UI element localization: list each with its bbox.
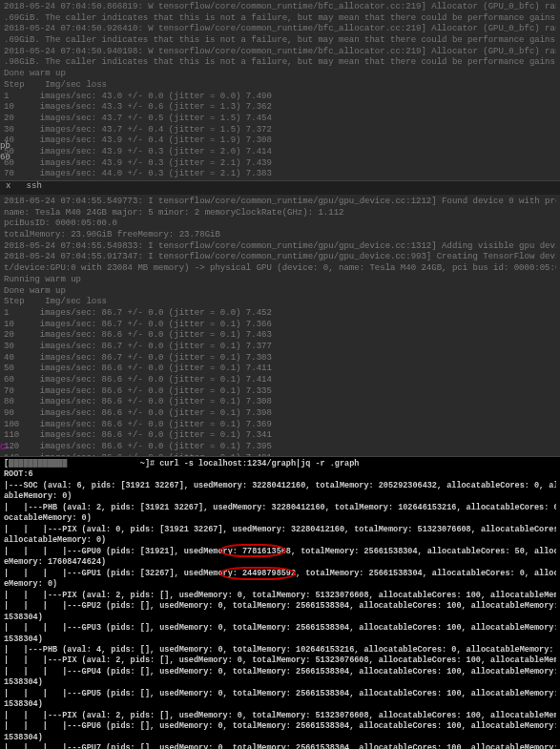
log-line: .69GiB. The caller indicates that this i… bbox=[4, 13, 556, 25]
log-line: | | | |---GPU5 (pids: [], usedMemory: 0,… bbox=[4, 689, 556, 699]
log-block-2: 2018-05-24 07:04:55.549773: I tensorflow… bbox=[4, 197, 556, 457]
log-line: | | | |---GPU3 (pids: [], usedMemory: 0,… bbox=[4, 623, 556, 634]
log-line: 2018-05-24 07:04:50.926410: W tensorflow… bbox=[4, 24, 556, 35]
log-line: | |---PHB (aval: 4, pids: [], usedMemory… bbox=[4, 645, 556, 655]
log-line: allocatableMemory: 0) bbox=[4, 535, 556, 546]
log-line: 40 images/sec: 86.7 +/- 0.0 (jitter = 0.… bbox=[4, 353, 556, 364]
log-line: .98GiB. The caller indicates that this i… bbox=[4, 57, 556, 69]
terminal-pane-2[interactable]: 2018-05-24 07:04:55.549773: I tensorflow… bbox=[0, 195, 560, 457]
log-line: .69GiB. The caller indicates that this i… bbox=[4, 35, 556, 47]
log-line: 60 images/sec: 86.6 +/- 0.0 (jitter = 0.… bbox=[4, 375, 556, 386]
terminal-pane-1[interactable]: 2018-05-24 07:04:50.866819: W tensorflow… bbox=[0, 0, 560, 181]
log-line: 60 images/sec: 43.9 +/- 0.3 (jitter = 2.… bbox=[4, 158, 556, 170]
gutter-char: 60 bbox=[0, 153, 10, 164]
log-line: | | |---PIX (aval: 2, pids: [], usedMemo… bbox=[4, 711, 556, 721]
log-line: 30 images/sec: 86.7 +/- 0.0 (jitter = 0.… bbox=[4, 342, 556, 353]
log-line: Done warm up bbox=[4, 286, 556, 298]
log-line: t/device:GPU:0 with 23084 MB memory) -> … bbox=[4, 263, 556, 275]
log-line: 2018-05-24 07:04:55.549833: I tensorflow… bbox=[4, 241, 556, 253]
log-line: eMemory: 0) bbox=[4, 579, 556, 590]
log-line: | | | |---GPU2 (pids: [], usedMemory: 0,… bbox=[4, 601, 556, 612]
log-line: 70 images/sec: 44.0 +/- 0.3 (jitter = 2.… bbox=[4, 169, 556, 180]
log-line: 20 images/sec: 86.6 +/- 0.0 (jitter = 0.… bbox=[4, 330, 556, 342]
log-line: 100 images/sec: 86.6 +/- 0.0 (jitter = 0… bbox=[4, 420, 556, 431]
log-line: 90 images/sec: 86.6 +/- 0.0 (jitter = 0.… bbox=[4, 408, 556, 420]
gutter-char: pb bbox=[0, 141, 10, 153]
log-block-1: 2018-05-24 07:04:50.866819: W tensorflow… bbox=[4, 2, 556, 180]
log-line: | | |---PIX (aval: 2, pids: [], usedMemo… bbox=[4, 591, 556, 601]
log-line: Step Img/sec loss bbox=[4, 80, 556, 92]
log-line: 1538304) bbox=[4, 613, 556, 623]
log-line: | | | |---GPU6 (pids: [], usedMemory: 0,… bbox=[4, 721, 556, 732]
log-line: |---SOC (aval: 6, pids: [31921 32267], u… bbox=[4, 481, 556, 491]
terminal-tab-bar[interactable]: x ssh bbox=[0, 181, 560, 195]
log-line: 1538304) bbox=[4, 733, 556, 743]
log-line: 80 images/sec: 86.6 +/- 0.0 (jitter = 0.… bbox=[4, 397, 556, 408]
log-line: pciBusID: 0000:05:00.0 bbox=[4, 218, 556, 230]
terminal-pane-3[interactable]: [████████████ ~]# curl -s localhost:1234… bbox=[0, 457, 560, 749]
log-line: 1538304) bbox=[4, 677, 556, 688]
log-line: | | | |---GPU4 (pids: [], usedMemory: 0,… bbox=[4, 667, 556, 677]
gutter-char: C- bbox=[0, 443, 10, 454]
log-line: 20 images/sec: 43.7 +/- 0.5 (jitter = 1.… bbox=[4, 114, 556, 125]
log-line: 140 images/sec: 86.6 +/- 0.0 (jitter = 0… bbox=[4, 453, 556, 457]
log-line: 40 images/sec: 43.9 +/- 0.4 (jitter = 1.… bbox=[4, 135, 556, 147]
log-line: | | | |---GPU0 (pids: [31921], usedMemor… bbox=[4, 547, 556, 557]
log-line: | | |---PIX (aval: 2, pids: [], usedMemo… bbox=[4, 655, 556, 666]
log-line: 70 images/sec: 86.6 +/- 0.0 (jitter = 0.… bbox=[4, 386, 556, 398]
log-line: Step Img/sec loss bbox=[4, 297, 556, 308]
log-line: 2018-05-24 07:04:55.917347: I tensorflow… bbox=[4, 252, 556, 263]
log-line: 30 images/sec: 43.7 +/- 0.4 (jitter = 1.… bbox=[4, 125, 556, 136]
log-line: ROOT:6 bbox=[4, 469, 556, 480]
log-line: 10 images/sec: 43.3 +/- 0.6 (jitter = 1.… bbox=[4, 102, 556, 114]
shell-prompt: [████████████ ~]# curl -s localhost:1234… bbox=[4, 459, 556, 469]
log-line: Done warm up bbox=[4, 69, 556, 80]
log-line: 2018-05-24 07:04:50.940198: W tensorflow… bbox=[4, 47, 556, 58]
log-line: | |---PHB (aval: 2, pids: [31921 32267],… bbox=[4, 503, 556, 513]
log-line: totalMemory: 23.90GiB freeMemory: 23.78G… bbox=[4, 230, 556, 241]
graph-output: ROOT:6|---SOC (aval: 6, pids: [31921 322… bbox=[4, 469, 556, 749]
log-line: ableMemory: 0) bbox=[4, 491, 556, 502]
log-line: 120 images/sec: 86.6 +/- 0.0 (jitter = 0… bbox=[4, 442, 556, 453]
log-line: 110 images/sec: 86.6 +/- 0.0 (jitter = 0… bbox=[4, 430, 556, 442]
log-line: 1538304) bbox=[4, 699, 556, 710]
log-line: 2018-05-24 07:04:55.549773: I tensorflow… bbox=[4, 197, 556, 208]
log-line: ocatableMemory: 0) bbox=[4, 513, 556, 524]
log-line: 50 images/sec: 43.9 +/- 0.3 (jitter = 2.… bbox=[4, 147, 556, 158]
log-line: 50 images/sec: 86.6 +/- 0.0 (jitter = 0.… bbox=[4, 364, 556, 375]
log-line: eMemory: 17608474624) bbox=[4, 557, 556, 568]
log-line: 1 images/sec: 43.0 +/- 0.0 (jitter = 0.0… bbox=[4, 92, 556, 103]
log-line: name: Tesla M40 24GB major: 5 minor: 2 m… bbox=[4, 208, 556, 219]
log-line: | | | |---GPU7 (pids: [], usedMemory: 0,… bbox=[4, 743, 556, 749]
log-line: | | | |---GPU1 (pids: [32267], usedMemor… bbox=[4, 569, 556, 579]
log-line: 2018-05-24 07:04:50.866819: W tensorflow… bbox=[4, 2, 556, 13]
log-line: 1 images/sec: 86.7 +/- 0.0 (jitter = 0.0… bbox=[4, 308, 556, 320]
log-line: 1538304) bbox=[4, 635, 556, 645]
log-line: 10 images/sec: 86.7 +/- 0.0 (jitter = 0.… bbox=[4, 320, 556, 331]
log-line: | | |---PIX (aval: 0, pids: [31921 32267… bbox=[4, 525, 556, 535]
log-line: Running warm up bbox=[4, 275, 556, 286]
